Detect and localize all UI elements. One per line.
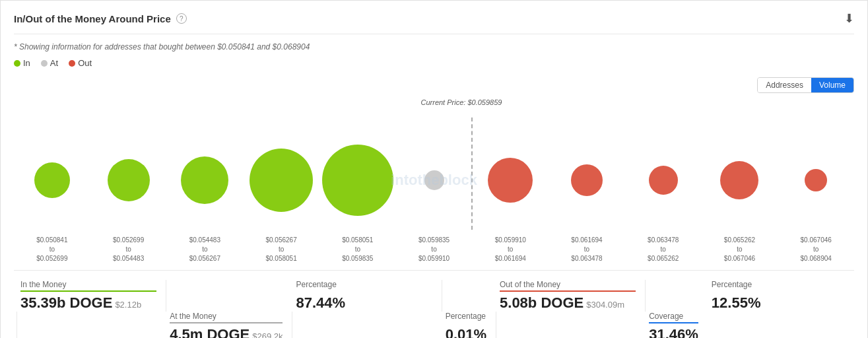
stat-value-1: 87.44%	[296, 294, 432, 312]
bubble-col-7	[549, 137, 625, 223]
main-container: In/Out of the Money Around Price ? ⬇ * S…	[0, 0, 868, 338]
price-range-1: $0.052699to$0.054483	[90, 236, 167, 263]
divider-0	[166, 280, 166, 312]
bubble-col-1	[90, 137, 167, 223]
legend-label-out: Out	[78, 58, 92, 68]
price-range-3: $0.056267to$0.058051	[243, 236, 319, 263]
bubble-col-6	[472, 137, 549, 223]
price-range-6: $0.059910to$0.061694	[472, 236, 549, 263]
bubble-col-0	[14, 137, 90, 223]
stat-block-0: In the Money35.39b DOGE$2.12b	[14, 280, 163, 312]
bubble-col-9	[702, 137, 778, 223]
stat-label-2: Out of the Money	[500, 280, 636, 292]
legend-label-at: At	[50, 58, 58, 68]
stat-block-6: Coverage31.46%	[642, 312, 705, 338]
stat-block-5: Percentage0.01%	[439, 312, 493, 338]
bubble-col-4	[319, 137, 396, 223]
stat-label-1: Percentage	[296, 280, 432, 292]
legend-dot-in	[14, 60, 20, 67]
price-ranges: $0.050841to$0.052699$0.052699to$0.054483…	[14, 236, 854, 263]
page-title: In/Out of the Money Around Price	[14, 13, 171, 24]
current-price-wrapper: Current Price: $0.059859	[14, 98, 854, 112]
stat-label-6: Coverage	[649, 312, 698, 323]
divider-5	[496, 312, 496, 338]
help-icon[interactable]: ?	[176, 13, 187, 24]
legend-item-in: In	[14, 58, 30, 68]
legend-item-at: At	[41, 58, 58, 68]
header: In/Out of the Money Around Price ? ⬇	[14, 11, 854, 34]
bubble-10	[805, 169, 827, 191]
bubble-4	[322, 145, 393, 216]
price-range-10: $0.067046to$0.068904	[778, 236, 854, 263]
bubble-3	[250, 149, 313, 212]
bubble-5	[424, 170, 444, 190]
stat-label-4: At the Money	[170, 312, 283, 323]
stat-value-3: 12.55%	[712, 294, 848, 312]
bubble-2	[181, 156, 228, 204]
stat-secondary-0: $2.12b	[115, 300, 141, 310]
stat-label-0: In the Money	[20, 280, 156, 292]
legend-dot-at	[41, 60, 48, 67]
current-price-label: Current Price: $0.059859	[421, 98, 502, 106]
stat-secondary-4: $269.2k	[252, 331, 283, 338]
toggle-volume[interactable]: Volume	[811, 78, 853, 92]
subtitle: * Showing information for addresses that…	[14, 42, 854, 51]
bubble-col-5	[396, 137, 473, 223]
toggle-group: Addresses Volume	[757, 77, 854, 93]
divider-1	[442, 280, 442, 312]
stat-block-4: At the Money4.5m DOGE$269.2k	[163, 312, 289, 338]
bubbles-row	[14, 127, 854, 233]
header-left: In/Out of the Money Around Price ?	[14, 13, 187, 24]
stat-block-2: Out of the Money5.08b DOGE$304.09m	[493, 280, 642, 312]
download-icon[interactable]: ⬇	[844, 11, 854, 26]
legend-label-in: In	[23, 58, 30, 68]
price-range-0: $0.050841to$0.052699	[14, 236, 90, 263]
bubble-col-8	[625, 137, 702, 223]
bubble-6	[488, 158, 533, 203]
legend: In At Out	[14, 58, 854, 68]
stat-label-3: Percentage	[712, 280, 848, 292]
price-range-9: $0.065262to$0.067046	[702, 236, 778, 263]
bubble-1	[108, 159, 150, 201]
bubble-9	[720, 161, 758, 199]
stat-label-5: Percentage	[446, 312, 486, 323]
chart-area: Current Price: $0.059859 intotheblock $0…	[14, 98, 854, 263]
price-range-7: $0.061694to$0.063478	[549, 236, 625, 263]
toggle-addresses[interactable]: Addresses	[758, 78, 811, 92]
chart-controls: Addresses Volume	[14, 77, 854, 93]
price-range-2: $0.054483to$0.056267	[166, 236, 243, 263]
bubble-col-3	[243, 137, 319, 223]
bubble-0	[34, 162, 70, 198]
bubble-col-10	[778, 137, 854, 223]
legend-item-out: Out	[69, 58, 92, 68]
stat-block-1: Percentage87.44%	[289, 280, 438, 312]
legend-dot-out	[69, 60, 75, 67]
price-range-5: $0.059835to$0.059910	[396, 236, 473, 263]
stat-value-4: 4.5m DOGE$269.2k	[170, 326, 283, 338]
stats-row: In the Money35.39b DOGE$2.12bPercentage8…	[14, 270, 854, 338]
bubble-8	[649, 166, 678, 195]
bubble-7	[571, 164, 603, 196]
stat-value-6: 31.46%	[649, 326, 698, 338]
stat-block-3: Percentage12.55%	[705, 280, 854, 312]
divider-2	[645, 280, 646, 312]
bubble-col-2	[166, 137, 243, 223]
divider-4	[292, 312, 292, 338]
stat-value-2: 5.08b DOGE$304.09m	[500, 294, 636, 312]
price-range-4: $0.058051to$0.059835	[319, 236, 396, 263]
price-range-8: $0.063478to$0.065262	[625, 236, 702, 263]
bubbles-container: intotheblock	[14, 127, 854, 233]
stat-value-5: 0.01%	[446, 326, 486, 338]
stat-value-0: 35.39b DOGE$2.12b	[20, 294, 156, 312]
divider-3	[17, 312, 17, 338]
stat-secondary-2: $304.09m	[586, 300, 624, 310]
